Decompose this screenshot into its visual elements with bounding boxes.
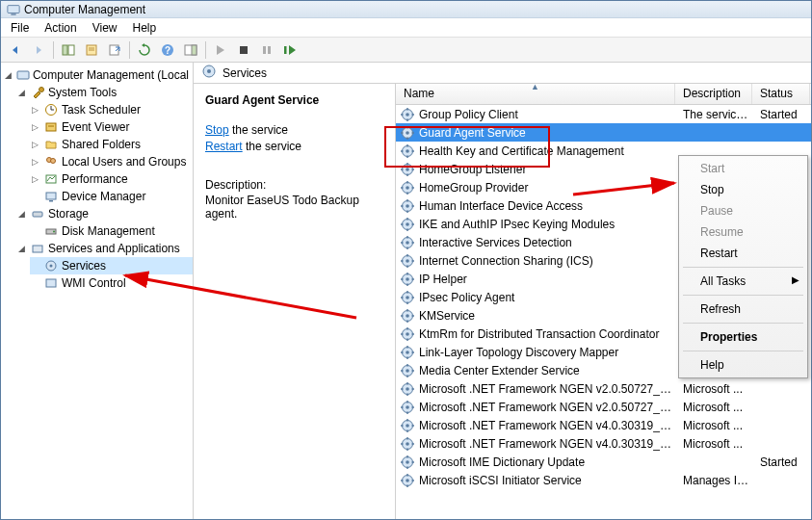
column-header-status[interactable]: Status [752, 84, 810, 104]
toolbar-separator [129, 41, 130, 59]
service-name-cell: Microsoft .NET Framework NGEN v4.0.30319… [419, 437, 675, 451]
tree-storage[interactable]: ◢ Storage [16, 205, 193, 222]
restart-service-link[interactable]: Restart [205, 140, 243, 153]
tree-label: WMI Control [62, 276, 126, 290]
svg-rect-1 [11, 13, 15, 14]
svg-rect-16 [17, 71, 29, 79]
navigation-tree-pane[interactable]: ◢ Computer Management (Local ◢ System To… [1, 63, 194, 519]
service-gear-icon [400, 143, 415, 159]
service-action-links: Stop the service Restart the service [205, 122, 385, 155]
service-row[interactable]: Microsoft .NET Framework NGEN v2.0.50727… [396, 379, 811, 398]
service-name-cell: Group Policy Client [419, 108, 675, 121]
svg-rect-28 [33, 212, 42, 217]
svg-rect-31 [33, 246, 42, 252]
tree-performance[interactable]: ▷ Performance [30, 170, 193, 188]
service-gear-icon [400, 455, 415, 470]
column-label: Name [404, 87, 434, 100]
ctx-restart[interactable]: Restart [681, 243, 805, 264]
svg-point-98 [406, 296, 409, 299]
context-menu: Start Stop Pause Resume Restart All Task… [678, 155, 808, 378]
clock-icon [43, 102, 59, 117]
service-gear-icon [400, 272, 415, 287]
expander-open-icon[interactable]: ◢ [16, 209, 27, 220]
start-service-button [210, 39, 231, 61]
export-list-button[interactable] [104, 39, 125, 61]
stop-service-link[interactable]: Stop [205, 123, 229, 137]
show-hide-tree-button[interactable] [58, 39, 79, 61]
expander-open-icon[interactable]: ◢ [16, 88, 27, 98]
service-gear-icon [400, 217, 415, 232]
tree-system-tools[interactable]: ◢ System Tools [16, 84, 193, 101]
service-row[interactable]: Group Policy ClientThe service ...Starte… [396, 105, 811, 123]
services-list-header: Name ▲ Description Status [396, 84, 811, 105]
ctx-help[interactable]: Help [681, 354, 805, 376]
navigation-tree[interactable]: ◢ Computer Management (Local ◢ System To… [1, 66, 193, 292]
service-name-cell: KMService [419, 309, 675, 323]
menu-action[interactable]: Action [37, 19, 84, 37]
svg-point-44 [406, 131, 409, 135]
tree-local-users[interactable]: ▷ Local Users and Groups [30, 153, 193, 170]
service-row[interactable]: Microsoft iSCSI Initiator ServiceManages… [396, 471, 811, 489]
service-row[interactable]: Guard Agent Service [396, 123, 811, 142]
expander-closed-icon[interactable]: ▷ [30, 157, 40, 168]
expander-closed-icon[interactable]: ▷ [30, 122, 40, 133]
expander-closed-icon[interactable]: ▷ [30, 105, 40, 116]
tree-services[interactable]: ▷ Services [30, 257, 193, 274]
services-gear-icon [201, 64, 217, 82]
menu-file[interactable]: File [3, 19, 37, 37]
expander-closed-icon[interactable]: ▷ [30, 174, 40, 185]
help-button[interactable]: ? [157, 39, 178, 61]
menu-view[interactable]: View [85, 19, 125, 37]
tree-task-scheduler[interactable]: ▷ Task Scheduler [30, 101, 193, 118]
expander-open-icon[interactable]: ◢ [3, 70, 13, 81]
svg-point-86 [406, 259, 409, 263]
properties-button[interactable] [81, 39, 102, 61]
computer-icon [15, 67, 30, 83]
svg-point-80 [406, 241, 409, 245]
tree-services-apps[interactable]: ◢ Services and Applications [16, 240, 193, 257]
service-name-cell: Interactive Services Detection [419, 236, 675, 249]
service-name-cell: IPsec Policy Agent [419, 291, 675, 304]
tree-shared-folders[interactable]: ▷ Shared Folders [30, 136, 193, 153]
service-row[interactable]: Microsoft .NET Framework NGEN v2.0.50727… [396, 398, 811, 416]
action-pane-button[interactable] [180, 39, 201, 61]
service-row[interactable]: Microsoft .NET Framework NGEN v4.0.30319… [396, 416, 811, 434]
ctx-separator [683, 351, 803, 351]
expander-closed-icon[interactable]: ▷ [30, 140, 40, 150]
service-gear-icon [400, 253, 415, 269]
svg-rect-34 [46, 279, 56, 287]
ctx-label: All Tasks [700, 274, 746, 288]
ctx-refresh[interactable]: Refresh [681, 299, 805, 320]
service-gear-icon [400, 400, 415, 415]
ctx-properties[interactable]: Properties [681, 326, 805, 348]
ctx-stop[interactable]: Stop [681, 179, 805, 200]
back-button[interactable] [5, 39, 26, 61]
users-icon [43, 154, 59, 169]
ctx-separator [683, 323, 803, 324]
menu-help[interactable]: Help [125, 19, 165, 37]
svg-rect-27 [49, 200, 53, 202]
service-status-cell: Started [752, 455, 810, 469]
service-gear-icon [400, 473, 415, 488]
restart-service-button[interactable] [279, 39, 301, 61]
service-name-cell: Human Interface Device Access [419, 199, 675, 213]
refresh-button[interactable] [134, 39, 155, 61]
tree-event-viewer[interactable]: ▷ Event Viewer [30, 118, 193, 136]
tree-wmi-control[interactable]: ▷ WMI Control [30, 274, 193, 292]
service-row[interactable]: Microsoft .NET Framework NGEN v4.0.30319… [396, 434, 811, 453]
expander-open-icon[interactable]: ◢ [16, 244, 27, 254]
ctx-all-tasks[interactable]: All Tasks ▶ [681, 271, 805, 292]
titlebar: Computer Management [1, 1, 811, 18]
forward-button [28, 39, 49, 61]
svg-rect-12 [240, 46, 248, 54]
tree-label: Event Viewer [62, 120, 129, 134]
stop-service-button[interactable] [233, 39, 254, 61]
tree-root[interactable]: ◢ Computer Management (Local [3, 66, 193, 84]
tree-disk-management[interactable]: ▷ Disk Management [30, 222, 193, 240]
column-header-name[interactable]: Name ▲ [396, 84, 675, 104]
column-header-description[interactable]: Description [675, 84, 752, 104]
service-row[interactable]: Microsoft IME Dictionary UpdateStarted [396, 453, 811, 471]
tree-device-manager[interactable]: ▷ Device Manager [30, 188, 193, 205]
service-gear-icon [400, 436, 415, 452]
service-description-cell: Microsoft ... [675, 382, 752, 396]
